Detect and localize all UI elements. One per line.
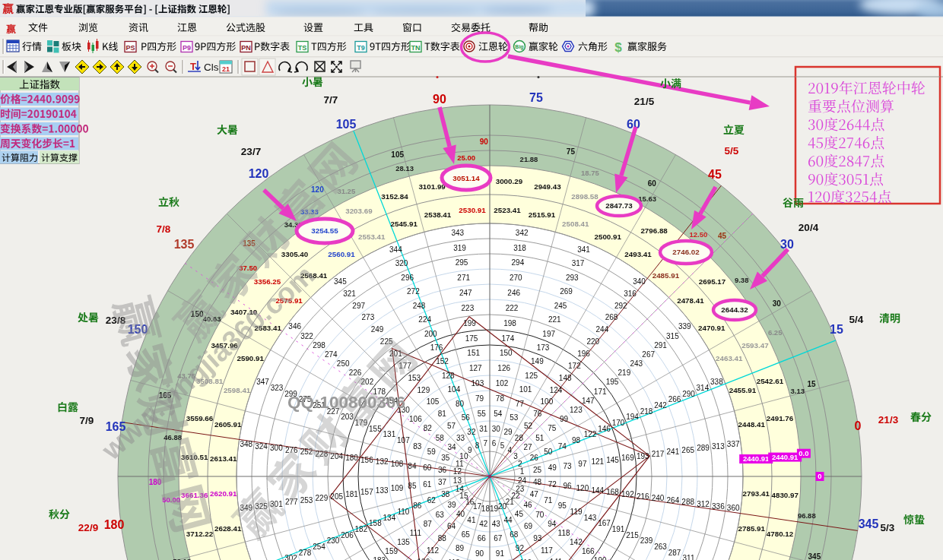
svg-text:172: 172 (568, 362, 581, 370)
svg-text:61: 61 (423, 480, 432, 489)
svg-text:200: 200 (424, 330, 437, 338)
svg-text:28: 28 (515, 434, 524, 442)
svg-text:253: 253 (300, 496, 313, 505)
svg-text:2613.41: 2613.41 (210, 454, 237, 463)
svg-text:19: 19 (490, 505, 499, 513)
svg-text:28.13: 28.13 (395, 164, 414, 172)
svg-text:316: 316 (624, 289, 637, 298)
svg-text:192: 192 (621, 490, 634, 498)
svg-text:193: 193 (637, 452, 649, 460)
svg-text:1: 1 (520, 467, 525, 476)
svg-text:313: 313 (712, 442, 725, 451)
svg-text:2793.41: 2793.41 (742, 489, 770, 498)
svg-text:Big: Big (515, 44, 523, 50)
svg-text:109: 109 (391, 484, 404, 492)
svg-text:62: 62 (427, 496, 437, 505)
svg-text:15: 15 (830, 323, 843, 336)
svg-text:55: 55 (478, 410, 487, 418)
svg-text:96: 96 (564, 482, 573, 490)
svg-text:336: 336 (712, 502, 725, 511)
svg-text:7/8: 7/8 (157, 223, 171, 235)
svg-text:13: 13 (453, 476, 462, 485)
svg-text:97: 97 (578, 460, 587, 468)
svg-text:269: 269 (560, 287, 573, 296)
svg-text:50: 50 (544, 448, 553, 456)
svg-text:2530.91: 2530.91 (459, 206, 486, 214)
svg-text:83: 83 (413, 442, 422, 451)
svg-text:146: 146 (598, 425, 611, 433)
svg-text:148: 148 (559, 374, 572, 382)
svg-text:5: 5 (500, 441, 505, 450)
svg-text:120: 120 (311, 185, 324, 194)
svg-text:85: 85 (408, 482, 417, 490)
svg-text:323: 323 (271, 384, 284, 392)
svg-text:6.25: 6.25 (768, 328, 783, 337)
svg-text:342: 342 (516, 229, 529, 237)
svg-text:2785.91: 2785.91 (738, 524, 766, 533)
svg-text:T: T (190, 61, 196, 72)
svg-text:149: 149 (531, 357, 544, 365)
svg-text:157: 157 (360, 488, 373, 496)
svg-text:11: 11 (456, 460, 464, 468)
svg-text:176: 176 (430, 343, 443, 352)
svg-text:3305.40: 3305.40 (281, 250, 309, 258)
svg-text:254: 254 (313, 543, 325, 551)
svg-text:2949.43: 2949.43 (534, 182, 561, 191)
svg-text:321: 321 (343, 289, 356, 298)
svg-text:78: 78 (496, 394, 505, 403)
svg-text:5/4: 5/4 (849, 314, 864, 325)
svg-text:344: 344 (389, 245, 402, 254)
svg-text:3.13: 3.13 (791, 387, 805, 395)
svg-text:TS: TS (298, 44, 307, 52)
svg-text:173: 173 (537, 343, 550, 352)
svg-text:158: 158 (369, 519, 382, 527)
svg-text:30: 30 (773, 299, 782, 308)
svg-text:296: 296 (401, 274, 414, 282)
svg-text:56: 56 (462, 413, 471, 422)
svg-text:92: 92 (516, 544, 525, 552)
svg-text:31: 31 (479, 425, 488, 433)
svg-text:240: 240 (652, 494, 665, 502)
svg-text:198: 198 (503, 319, 516, 327)
svg-text:74: 74 (558, 442, 567, 451)
svg-text:315: 315 (666, 332, 679, 340)
svg-text:2695.17: 2695.17 (699, 277, 726, 286)
svg-text:90: 90 (480, 138, 489, 146)
svg-text:73: 73 (564, 462, 573, 470)
svg-text:147: 147 (582, 397, 595, 405)
svg-text:156: 156 (360, 456, 373, 464)
svg-text:339: 339 (678, 322, 691, 331)
svg-text:100: 100 (541, 397, 554, 406)
svg-text:2440.91: 2440.91 (772, 453, 799, 461)
svg-text:80: 80 (456, 400, 465, 408)
svg-text:21/5: 21/5 (634, 96, 655, 107)
svg-text:21.88: 21.88 (520, 155, 538, 163)
svg-text:31.25: 31.25 (337, 187, 355, 195)
svg-text:$: $ (614, 40, 622, 55)
svg-text:7/9: 7/9 (80, 415, 94, 426)
svg-text:9: 9 (468, 446, 472, 454)
svg-text:108: 108 (391, 460, 404, 468)
svg-text:289: 289 (697, 444, 710, 452)
svg-text:153: 153 (408, 374, 421, 382)
svg-text:0: 0 (818, 472, 821, 480)
svg-text:43: 43 (492, 520, 501, 528)
svg-text:48: 48 (533, 478, 542, 486)
svg-text:135: 135 (397, 538, 410, 546)
svg-text:47: 47 (530, 490, 539, 498)
svg-text:25: 25 (533, 466, 542, 474)
svg-text:18.75: 18.75 (581, 169, 599, 177)
svg-text:318: 318 (513, 244, 526, 252)
svg-text:2847.73: 2847.73 (605, 201, 633, 210)
svg-text:270: 270 (510, 274, 522, 282)
svg-text:86: 86 (413, 501, 422, 510)
svg-text:81: 81 (438, 410, 447, 418)
svg-text:45: 45 (708, 168, 722, 181)
svg-text:2493.41: 2493.41 (624, 250, 652, 258)
svg-text:65: 65 (462, 530, 471, 539)
svg-text:274: 274 (325, 350, 338, 359)
svg-text:26: 26 (530, 454, 539, 462)
svg-text:131: 131 (383, 430, 396, 438)
svg-text:222: 222 (506, 304, 519, 312)
svg-text:250: 250 (337, 359, 350, 368)
